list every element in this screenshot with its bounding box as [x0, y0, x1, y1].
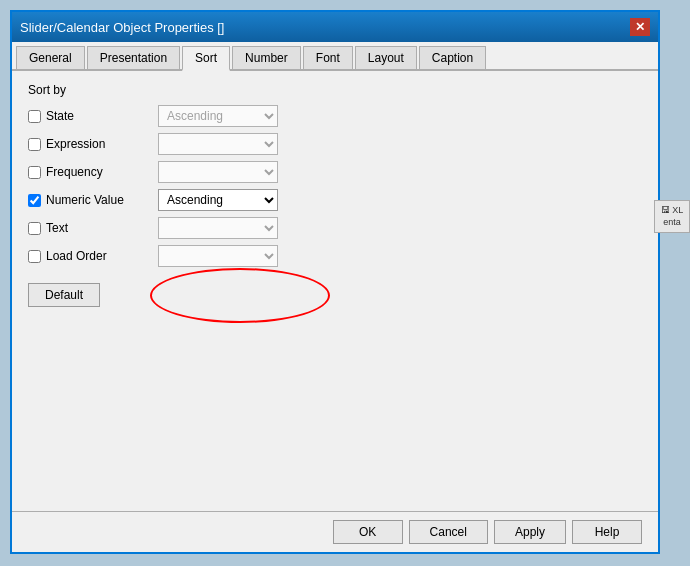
- sort-row-numeric_value: Numeric ValueAscendingDescending: [28, 189, 642, 211]
- tab-presentation[interactable]: Presentation: [87, 46, 180, 69]
- cancel-button[interactable]: Cancel: [409, 520, 488, 544]
- tab-general[interactable]: General: [16, 46, 85, 69]
- sort-by-label: Sort by: [28, 83, 642, 97]
- sort-checkbox-load_order[interactable]: [28, 250, 41, 263]
- dialog-title: Slider/Calendar Object Properties []: [20, 20, 224, 35]
- dialog: Slider/Calendar Object Properties [] ✕ G…: [10, 10, 660, 554]
- close-button[interactable]: ✕: [630, 18, 650, 36]
- sort-label-load_order[interactable]: Load Order: [28, 249, 158, 263]
- tab-font[interactable]: Font: [303, 46, 353, 69]
- sort-label-text[interactable]: Text: [28, 221, 158, 235]
- apply-button[interactable]: Apply: [494, 520, 566, 544]
- sort-checkbox-state[interactable]: [28, 110, 41, 123]
- help-button[interactable]: Help: [572, 520, 642, 544]
- sort-select-frequency[interactable]: AscendingDescending: [158, 161, 278, 183]
- title-bar: Slider/Calendar Object Properties [] ✕: [12, 12, 658, 42]
- sort-row-state: StateAscendingDescending: [28, 105, 642, 127]
- tab-layout[interactable]: Layout: [355, 46, 417, 69]
- tab-bar: GeneralPresentationSortNumberFontLayoutC…: [12, 42, 658, 71]
- sort-select-numeric_value[interactable]: AscendingDescending: [158, 189, 278, 211]
- sort-row-frequency: FrequencyAscendingDescending: [28, 161, 642, 183]
- sort-select-state[interactable]: AscendingDescending: [158, 105, 278, 127]
- sort-row-expression: ExpressionAscendingDescending: [28, 133, 642, 155]
- sort-label-numeric_value[interactable]: Numeric Value: [28, 193, 158, 207]
- sort-row-load_order: Load OrderAscendingDescending: [28, 245, 642, 267]
- sort-rows: StateAscendingDescendingExpressionAscend…: [28, 105, 642, 267]
- sort-label-frequency[interactable]: Frequency: [28, 165, 158, 179]
- tab-sort[interactable]: Sort: [182, 46, 230, 71]
- sort-label-expression[interactable]: Expression: [28, 137, 158, 151]
- annotation-circle: [150, 268, 330, 323]
- sort-label-state[interactable]: State: [28, 109, 158, 123]
- sort-row-text: TextAscendingDescending: [28, 217, 642, 239]
- sort-select-load_order[interactable]: AscendingDescending: [158, 245, 278, 267]
- footer: OK Cancel Apply Help: [12, 511, 658, 552]
- sort-content: Sort by StateAscendingDescendingExpressi…: [12, 71, 658, 511]
- ok-button[interactable]: OK: [333, 520, 403, 544]
- right-panel: 🖫 XLenta: [654, 200, 690, 233]
- sort-checkbox-expression[interactable]: [28, 138, 41, 151]
- tab-number[interactable]: Number: [232, 46, 301, 69]
- sort-select-text[interactable]: AscendingDescending: [158, 217, 278, 239]
- tab-caption[interactable]: Caption: [419, 46, 486, 69]
- sort-checkbox-frequency[interactable]: [28, 166, 41, 179]
- default-button[interactable]: Default: [28, 283, 100, 307]
- sort-checkbox-numeric_value[interactable]: [28, 194, 41, 207]
- sort-select-expression[interactable]: AscendingDescending: [158, 133, 278, 155]
- right-panel-text: 🖫 XLenta: [661, 205, 684, 227]
- sort-checkbox-text[interactable]: [28, 222, 41, 235]
